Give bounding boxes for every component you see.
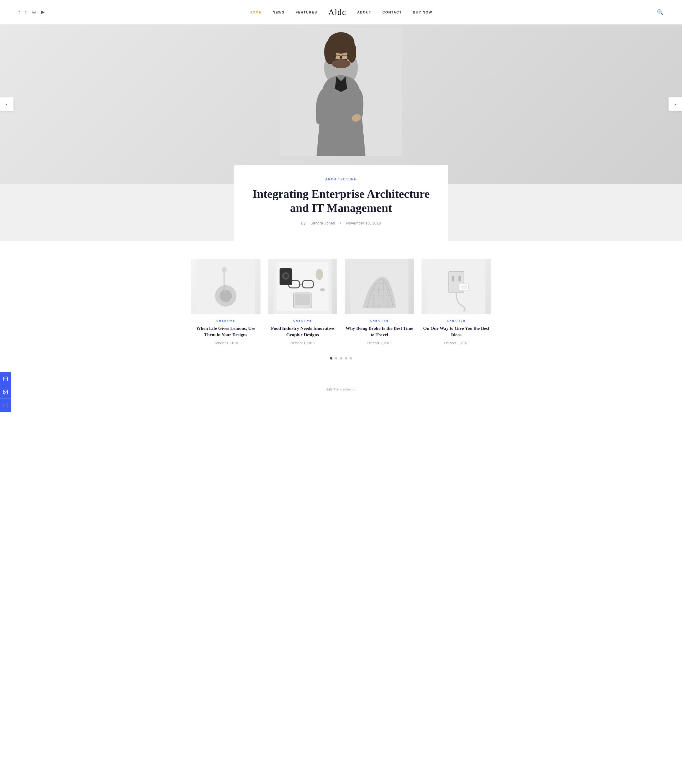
footer-watermark: 小白博客 xiaobai.org bbox=[0, 384, 682, 395]
card-1-date: October 1, 2018 bbox=[191, 341, 260, 345]
header: f t ◎ ▶ HOME NEWS FEATURES Aldc ABOUT CO… bbox=[0, 0, 682, 24]
main-nav: HOME NEWS FEATURES Aldc ABOUT CONTACT BU… bbox=[250, 7, 432, 17]
svg-point-2 bbox=[4, 391, 5, 391]
search-icon[interactable]: 🔍 bbox=[657, 9, 664, 16]
svg-rect-48 bbox=[452, 276, 454, 281]
card-3-svg bbox=[345, 259, 414, 314]
hero-meta-separator: • bbox=[340, 221, 343, 225]
svg-point-33 bbox=[284, 274, 288, 278]
cards-grid: CREATIVE When Life Gives Lemons, Use The… bbox=[191, 259, 491, 345]
card-4-image bbox=[422, 259, 491, 314]
slider-prev-button[interactable]: ‹ bbox=[0, 97, 13, 111]
nav-news[interactable]: NEWS bbox=[273, 10, 285, 14]
svg-rect-30 bbox=[295, 294, 311, 305]
header-search: 🔍 bbox=[657, 9, 664, 16]
hero-author-label: By bbox=[301, 221, 306, 225]
social-links: f t ◎ ▶ bbox=[18, 10, 45, 15]
card-4-date: October 1, 2018 bbox=[422, 341, 491, 345]
card-1-svg bbox=[191, 259, 260, 314]
image-icon bbox=[3, 389, 8, 395]
cards-section: CREATIVE When Life Gives Lemons, Use The… bbox=[185, 259, 497, 384]
card-1-category: CREATIVE bbox=[191, 319, 260, 322]
floating-sidebar bbox=[0, 372, 11, 395]
card-2-image bbox=[268, 259, 337, 314]
hero-content: ARCHITECTURE Integrating Enterprise Arch… bbox=[234, 165, 448, 241]
card-2-date: October 1, 2018 bbox=[268, 341, 337, 345]
card-2-title: Food Industry Needs Innovative Graphic D… bbox=[268, 325, 337, 338]
slider-next-button[interactable]: › bbox=[669, 97, 682, 111]
card-2[interactable]: CREATIVE Food Industry Needs Innovative … bbox=[268, 259, 337, 345]
svg-rect-49 bbox=[459, 276, 461, 281]
instagram-icon[interactable]: ◎ bbox=[32, 10, 36, 15]
cart-icon bbox=[3, 376, 8, 381]
hero-section: ‹ › ARCHITECTURE Integrating Enterprise … bbox=[0, 24, 682, 241]
hero-author: Sandra Jones bbox=[311, 221, 335, 225]
dot-2[interactable] bbox=[335, 357, 337, 359]
card-1-title: When Life Gives Lemons, Use Them in Your… bbox=[191, 325, 260, 338]
svg-point-17 bbox=[332, 59, 350, 68]
svg-point-34 bbox=[316, 269, 323, 280]
hero-meta: By Sandra Jones • November 13, 2018 bbox=[252, 221, 430, 225]
dot-5[interactable] bbox=[350, 357, 352, 359]
svg-point-10 bbox=[347, 42, 356, 63]
sidebar-cart-widget[interactable] bbox=[0, 372, 11, 385]
card-3-category: CREATIVE bbox=[345, 319, 414, 322]
hero-category: ARCHITECTURE bbox=[252, 177, 430, 181]
card-1[interactable]: CREATIVE When Life Gives Lemons, Use The… bbox=[191, 259, 260, 345]
svg-point-35 bbox=[320, 288, 325, 291]
card-4[interactable]: CREATIVE On Our Way to Give You the Best… bbox=[422, 259, 491, 345]
hero-title: Integrating Enterprise Architecture and … bbox=[252, 187, 430, 215]
card-3-date: October 1, 2018 bbox=[345, 341, 414, 345]
card-2-category: CREATIVE bbox=[268, 319, 337, 322]
card-4-title: On Our Way to Give You the Best Ideas bbox=[422, 325, 491, 338]
hero-date: November 13, 2018 bbox=[346, 221, 381, 225]
svg-rect-51 bbox=[461, 285, 467, 289]
card-1-image bbox=[191, 259, 260, 314]
card-4-category: CREATIVE bbox=[422, 319, 491, 322]
twitter-icon[interactable]: t bbox=[25, 10, 27, 15]
site-logo[interactable]: Aldc bbox=[328, 7, 346, 17]
hero-person-figure bbox=[280, 27, 402, 156]
nav-about[interactable]: ABOUT bbox=[357, 10, 371, 14]
sidebar-image-widget[interactable] bbox=[0, 385, 11, 395]
dot-1[interactable] bbox=[330, 357, 332, 359]
dot-3[interactable] bbox=[340, 357, 342, 359]
card-3[interactable]: CREATIVE Why Being Broke Is the Best Tim… bbox=[345, 259, 414, 345]
nav-home[interactable]: HOME bbox=[250, 10, 262, 14]
svg-point-20 bbox=[220, 290, 232, 302]
facebook-icon[interactable]: f bbox=[18, 10, 20, 15]
svg-point-23 bbox=[222, 267, 227, 273]
nav-features[interactable]: FEATURES bbox=[296, 10, 317, 14]
svg-rect-21 bbox=[224, 271, 225, 293]
slider-dots bbox=[191, 357, 491, 366]
card-2-svg bbox=[268, 259, 337, 314]
card-4-svg bbox=[422, 259, 491, 314]
card-3-title: Why Being Broke Is the Best Time to Trav… bbox=[345, 325, 414, 338]
dot-4[interactable] bbox=[345, 357, 347, 359]
youtube-icon[interactable]: ▶ bbox=[41, 10, 45, 15]
hero-image: ‹ › bbox=[0, 24, 682, 184]
nav-contact[interactable]: CONTACT bbox=[382, 10, 402, 14]
nav-buy-now[interactable]: BUY NOW bbox=[413, 10, 432, 14]
card-3-image bbox=[345, 259, 414, 314]
